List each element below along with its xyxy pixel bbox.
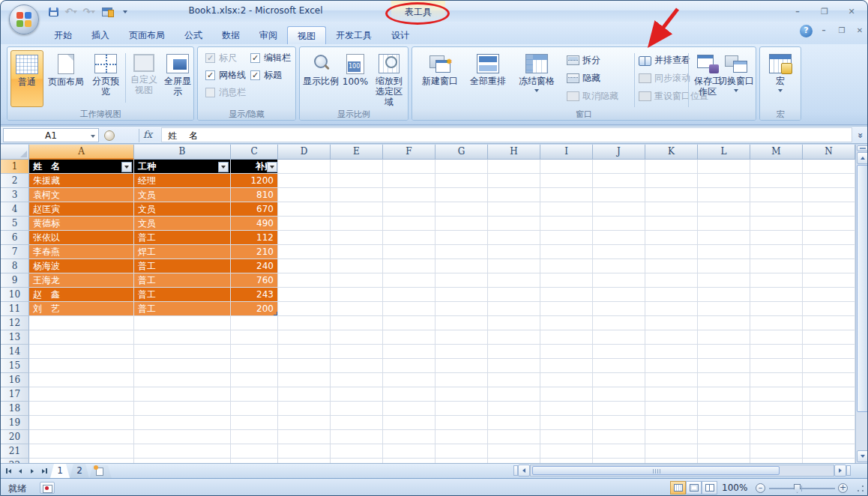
help-icon[interactable]: ? [800,25,813,37]
horizontal-scroll-thumb[interactable] [532,466,780,475]
tab-审阅[interactable]: 审阅 [250,26,287,44]
office-button[interactable] [9,4,39,34]
table-cell[interactable]: 王海龙 [29,273,134,288]
table-cell[interactable]: 240 [231,259,278,273]
switch-windows-button[interactable]: 切换窗口 [718,50,754,116]
tab-视图[interactable]: 视图 [287,26,326,44]
column-header-M[interactable]: M [750,145,803,160]
formula-input[interactable]: 姓 名 [161,127,852,142]
unhide-button[interactable]: 取消隐藏 [567,90,618,103]
minimize-button[interactable]: – [786,6,809,19]
table-cell[interactable]: 袁柯文 [29,188,134,202]
scroll-down-icon[interactable] [857,450,868,462]
zoom-in-icon[interactable]: + [838,483,848,493]
scroll-right-icon[interactable] [834,465,846,477]
table-header-cell[interactable]: 工种 [134,160,231,174]
column-header-F[interactable]: F [383,145,435,160]
split-button[interactable]: 拆分 [567,54,600,67]
row-header-3[interactable]: 3 [1,188,29,202]
row-header-6[interactable]: 6 [1,231,29,245]
zoom-level[interactable]: 100% [722,483,747,493]
last-sheet-icon[interactable] [39,465,49,477]
row-header-14[interactable]: 14 [1,345,29,359]
synchronous-scrolling-button[interactable]: 同步滚动 [639,72,690,85]
insert-worksheet-tab[interactable] [89,465,112,479]
table-cell[interactable]: 210 [231,245,278,259]
table-cell[interactable]: 1200 [231,174,278,188]
macro-record-icon[interactable] [40,482,55,494]
checkbox-标题[interactable]: ✓标题 [250,69,282,82]
column-header-E[interactable]: E [331,145,383,160]
table-cell[interactable]: 200 [231,302,278,316]
row-header-17[interactable]: 17 [1,387,29,402]
table-cell[interactable]: 赵 鑫 [29,288,134,302]
table-cell[interactable]: 112 [231,231,278,245]
name-box-dropdown-icon[interactable] [91,135,95,138]
tab-设计[interactable]: 设计 [382,26,419,44]
name-box[interactable]: A1 [3,128,99,142]
zoom-out-icon[interactable]: – [756,483,765,493]
table-cell[interactable]: 普工 [134,288,231,302]
table-cell[interactable]: 杨海波 [29,259,134,273]
checkbox-icon[interactable]: ✓ [205,70,215,80]
row-header-12[interactable]: 12 [1,316,29,330]
sheet-tab-1[interactable]: 1 [50,464,70,478]
column-header-C[interactable]: C [231,145,278,160]
checkbox-icon[interactable] [205,88,215,97]
tab-公式[interactable]: 公式 [175,26,212,44]
workbook-close-button[interactable]: ✕ [851,25,868,37]
normal-view-shortcut[interactable] [670,481,686,495]
freeze-panes-button[interactable]: 冻结窗格 [513,50,561,116]
row-header-16[interactable]: 16 [1,373,29,387]
new-window-button[interactable]: ✹ 新建窗口 [417,50,463,107]
close-button[interactable]: ✕ [840,6,863,19]
prev-sheet-icon[interactable] [15,465,25,477]
table-cell[interactable]: 243 [231,288,278,302]
column-header-I[interactable]: I [540,145,593,160]
table-cell[interactable]: 赵匡寅 [29,202,134,217]
table-header-cell[interactable]: 补贴 [231,160,278,174]
filter-dropdown-icon[interactable] [121,162,132,172]
tab-开发工具[interactable]: 开发工具 [326,26,382,44]
column-header-A[interactable]: A [29,145,134,160]
column-header-B[interactable]: B [134,145,231,160]
next-sheet-icon[interactable] [27,465,37,477]
page-break-shortcut[interactable] [702,481,717,495]
full-screen-button[interactable]: 全屏显示 [162,50,193,107]
cells-area[interactable]: 姓 名工种补贴朱援藏经理1200袁柯文文员810赵匡寅文员670黄德标文员490… [29,160,855,463]
table-cell[interactable]: 刘 艺 [29,302,134,316]
row-header-20[interactable]: 20 [1,430,29,444]
zoom-to-selection-button[interactable]: 缩放到选定区域 [372,50,406,107]
checkbox-编辑栏[interactable]: ✓编辑栏 [250,52,291,64]
zoom-100-button[interactable]: 100% [340,50,370,107]
tab-数据[interactable]: 数据 [212,26,250,44]
table-cell[interactable]: 普工 [134,231,231,245]
table-cell[interactable]: 普工 [134,273,231,288]
zoom-button[interactable]: 显示比例 [303,50,339,107]
horizontal-scrollbar[interactable] [513,464,851,477]
table-cell[interactable]: 普工 [134,302,231,316]
restore-button[interactable]: ❐ [813,6,836,19]
select-all-corner[interactable] [1,145,29,160]
page-layout-shortcut[interactable] [686,481,702,495]
table-header-cell[interactable]: 姓 名 [29,160,134,174]
view-side-by-side-button[interactable]: 并排查看 [639,54,690,67]
column-header-K[interactable]: K [645,145,698,160]
checkbox-网格线[interactable]: ✓网格线 [205,69,246,82]
filter-dropdown-icon[interactable] [218,162,229,172]
horizontal-scroll-track[interactable] [530,465,834,477]
zoom-slider-thumb[interactable] [794,484,801,493]
table-cell[interactable]: 焊工 [134,245,231,259]
column-header-D[interactable]: D [278,145,331,160]
checkbox-icon[interactable]: ✓ [205,53,215,63]
row-header-13[interactable]: 13 [1,330,29,345]
row-header-7[interactable]: 7 [1,245,29,259]
hide-button[interactable]: 隐藏 [567,72,600,85]
scroll-left-icon[interactable] [518,465,530,477]
zoom-slider-track[interactable] [769,488,835,489]
table-cell[interactable]: 黄德标 [29,217,134,231]
table-cell[interactable]: 760 [231,273,278,288]
row-header-19[interactable]: 19 [1,416,29,430]
column-header-J[interactable]: J [593,145,645,160]
switch-windows-icon[interactable] [100,5,115,19]
